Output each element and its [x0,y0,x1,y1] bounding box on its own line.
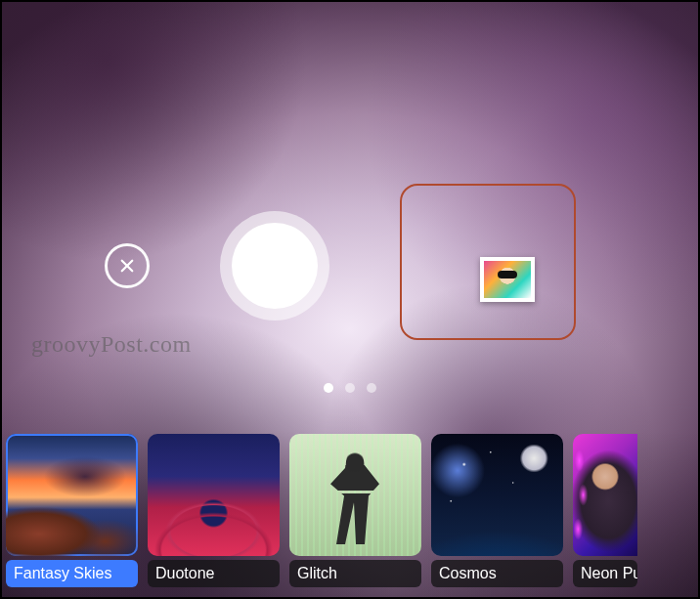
filter-card[interactable]: Glitch [289,434,421,587]
page-dot[interactable] [345,383,355,393]
filter-thumbnail [289,434,421,556]
filter-card[interactable]: Duotone [148,434,280,587]
filter-card[interactable]: Neon Puls [573,434,637,587]
camera-viewfinder: groovyPost.com Fantasy SkiesDuotoneGlitc… [0,0,700,599]
gallery-thumbnail [480,257,535,302]
close-button[interactable] [105,243,150,288]
filter-label: Fantasy Skies [6,560,138,587]
filter-label: Cosmos [431,560,563,587]
filter-thumbnail [6,434,138,556]
filter-thumbnail [573,434,637,556]
watermark-text: groovyPost.com [31,331,192,358]
shutter-button[interactable] [220,211,329,321]
filter-thumbnail [431,434,563,556]
shutter-icon [232,223,318,309]
page-dot[interactable] [367,383,376,393]
gallery-thumbnail-image [484,261,531,298]
filter-label: Glitch [289,560,421,587]
filter-strip[interactable]: Fantasy SkiesDuotoneGlitchCosmosNeon Pul… [2,431,698,597]
filter-label: Duotone [148,560,280,587]
gallery-button[interactable] [400,184,576,340]
filter-card[interactable]: Fantasy Skies [6,434,138,587]
filter-card[interactable]: Cosmos [431,434,563,587]
filter-label: Neon Puls [573,560,637,587]
close-icon [118,257,136,275]
page-indicator [2,383,698,393]
page-dot[interactable] [324,383,333,393]
capture-controls [2,207,698,324]
filter-thumbnail [148,434,280,556]
